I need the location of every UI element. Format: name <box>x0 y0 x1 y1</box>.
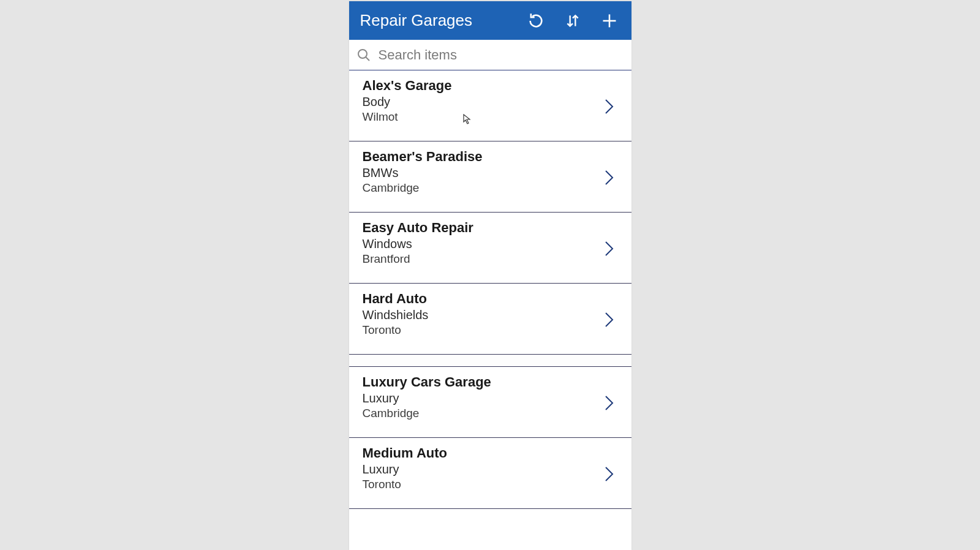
item-title: Luxury Cars Garage <box>363 374 603 390</box>
list-item[interactable]: Beamer's Paradise BMWs Cambridge <box>349 141 631 213</box>
search-bar <box>349 40 631 70</box>
list-item[interactable]: Hard Auto Windshields Toronto <box>349 284 631 355</box>
item-title: Alex's Garage <box>363 78 603 94</box>
item-subtitle: Luxury <box>363 391 603 405</box>
list-item[interactable]: Medium Auto Luxury Toronto <box>349 438 631 509</box>
add-button[interactable] <box>601 12 618 29</box>
list-item-content: Easy Auto Repair Windows Brantford <box>363 220 603 266</box>
list-gap <box>349 355 631 367</box>
item-subtitle: Luxury <box>363 462 603 477</box>
list-item[interactable]: Easy Auto Repair Windows Brantford <box>349 213 631 284</box>
list-item[interactable]: Luxury Cars Garage Luxury Cambridge <box>349 367 631 438</box>
svg-point-4 <box>358 50 367 58</box>
item-location: Cambridge <box>363 407 603 420</box>
search-input[interactable] <box>379 47 624 63</box>
sort-button[interactable] <box>564 12 581 29</box>
item-subtitle: Body <box>363 95 603 109</box>
item-title: Easy Auto Repair <box>363 220 603 236</box>
list-item-content: Beamer's Paradise BMWs Cambridge <box>363 149 603 195</box>
refresh-button[interactable] <box>527 12 545 29</box>
item-subtitle: BMWs <box>363 166 603 180</box>
list-item-content: Alex's Garage Body Wilmot <box>363 78 603 124</box>
item-location: Toronto <box>363 323 603 337</box>
chevron-right-icon <box>603 311 618 326</box>
search-icon <box>356 48 371 62</box>
chevron-right-icon <box>603 394 618 409</box>
page-title: Repair Garages <box>360 11 527 30</box>
item-subtitle: Windshields <box>363 308 603 322</box>
chevron-right-icon <box>603 169 618 184</box>
item-subtitle: Windows <box>363 237 603 251</box>
item-location: Toronto <box>363 478 603 491</box>
item-location: Wilmot <box>363 110 603 124</box>
list-item-content: Luxury Cars Garage Luxury Cambridge <box>363 374 603 420</box>
list-item[interactable]: Alex's Garage Body Wilmot <box>349 70 631 141</box>
item-location: Brantford <box>363 252 603 266</box>
item-title: Hard Auto <box>363 291 603 307</box>
app-container: Repair Garages <box>349 1 631 550</box>
garage-list: Alex's Garage Body Wilmot Beamer's Parad… <box>349 70 631 550</box>
svg-line-5 <box>366 57 369 61</box>
chevron-right-icon <box>603 98 618 113</box>
chevron-right-icon <box>603 240 618 255</box>
list-item-content: Hard Auto Windshields Toronto <box>363 291 603 337</box>
item-title: Beamer's Paradise <box>363 149 603 165</box>
list-item-content: Medium Auto Luxury Toronto <box>363 445 603 491</box>
header-actions <box>527 12 623 29</box>
item-title: Medium Auto <box>363 445 603 461</box>
chevron-right-icon <box>603 465 618 480</box>
header: Repair Garages <box>349 1 631 40</box>
item-location: Cambridge <box>363 181 603 195</box>
